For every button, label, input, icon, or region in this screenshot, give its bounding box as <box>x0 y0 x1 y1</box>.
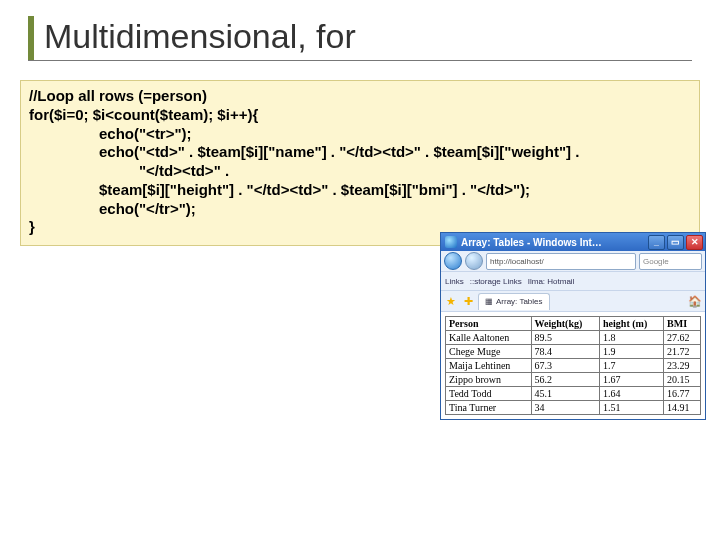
close-button[interactable]: ✕ <box>686 235 703 250</box>
table-cell: Zippo brown <box>446 373 532 387</box>
table-cell: 78.4 <box>531 345 600 359</box>
table-cell: 1.8 <box>600 331 664 345</box>
table-header: BMI <box>664 317 701 331</box>
table-cell: 1.9 <box>600 345 664 359</box>
favorites-star-icon[interactable]: ★ <box>444 294 458 308</box>
links-label: Links <box>445 277 464 286</box>
back-button[interactable] <box>444 252 462 270</box>
table-cell: 23.29 <box>664 359 701 373</box>
tab-active[interactable]: ▦ Array: Tables <box>478 293 550 310</box>
table-cell: Maija Lehtinen <box>446 359 532 373</box>
table-cell: Tedd Todd <box>446 387 532 401</box>
minimize-button[interactable]: _ <box>648 235 665 250</box>
browser-titlebar[interactable]: Array: Tables - Windows Int… _ ▭ ✕ <box>441 233 705 251</box>
links-toolbar: Links ::storage Links Ilma: Hotmail <box>441 272 705 291</box>
address-bar[interactable]: http://localhost/ <box>486 253 636 270</box>
code-line: $team[$i]["height"] . "</td><td>" . $tea… <box>29 181 691 200</box>
tabs-toolbar: ★ ✚ ▦ Array: Tables 🏠 <box>441 291 705 312</box>
table-cell: 67.3 <box>531 359 600 373</box>
code-line: echo("</tr>"); <box>29 200 691 219</box>
title-accent-bar <box>28 16 34 60</box>
table-row: Tina Turner341.5114.91 <box>446 401 701 415</box>
code-line: echo("<tr>"); <box>29 125 691 144</box>
table-header: Weight(kg) <box>531 317 600 331</box>
code-line: //Loop all rows (=person) <box>29 87 207 104</box>
forward-button[interactable] <box>465 252 483 270</box>
table-cell: 34 <box>531 401 600 415</box>
search-box[interactable]: Google <box>639 253 702 270</box>
table-header: height (m) <box>600 317 664 331</box>
table-row: Kalle Aaltonen89.51.827.62 <box>446 331 701 345</box>
tab-favicon: ▦ <box>485 297 493 306</box>
table-cell: 1.51 <box>600 401 664 415</box>
browser-window: Array: Tables - Windows Int… _ ▭ ✕ http:… <box>440 232 706 420</box>
slide-title: Multidimensional, for <box>44 17 356 60</box>
table-header: Person <box>446 317 532 331</box>
table-cell: 56.2 <box>531 373 600 387</box>
link-item[interactable]: ::storage Links <box>470 277 522 286</box>
table-cell: 16.77 <box>664 387 701 401</box>
link-item[interactable]: Ilma: Hotmail <box>528 277 575 286</box>
table-cell: 27.62 <box>664 331 701 345</box>
table-cell: 89.5 <box>531 331 600 345</box>
table-cell: 14.91 <box>664 401 701 415</box>
maximize-button[interactable]: ▭ <box>667 235 684 250</box>
browser-content: Person Weight(kg) height (m) BMI Kalle A… <box>441 312 705 419</box>
code-line: "</td><td>" . <box>29 162 691 181</box>
table-row: Chege Muge78.41.921.72 <box>446 345 701 359</box>
tab-label: Array: Tables <box>496 297 543 306</box>
table-cell: 1.7 <box>600 359 664 373</box>
window-title: Array: Tables - Windows Int… <box>461 237 648 248</box>
table-cell: 21.72 <box>664 345 701 359</box>
table-row: Zippo brown56.21.6720.15 <box>446 373 701 387</box>
table-cell: 1.64 <box>600 387 664 401</box>
address-bar-row: http://localhost/ Google <box>441 251 705 272</box>
code-line: } <box>29 218 35 235</box>
table-row: Tedd Todd45.11.6416.77 <box>446 387 701 401</box>
table-cell: 20.15 <box>664 373 701 387</box>
table-cell: Kalle Aaltonen <box>446 331 532 345</box>
ie-icon <box>445 236 457 248</box>
data-table: Person Weight(kg) height (m) BMI Kalle A… <box>445 316 701 415</box>
table-cell: Chege Muge <box>446 345 532 359</box>
table-cell: 45.1 <box>531 387 600 401</box>
table-row: Maija Lehtinen67.31.723.29 <box>446 359 701 373</box>
code-line: echo("<td>" . $team[$i]["name"] . "</td>… <box>29 143 691 162</box>
add-favorite-icon[interactable]: ✚ <box>461 294 475 308</box>
table-cell: 1.67 <box>600 373 664 387</box>
slide-title-block: Multidimensional, for <box>28 16 692 61</box>
table-cell: Tina Turner <box>446 401 532 415</box>
code-block: //Loop all rows (=person) for($i=0; $i<c… <box>20 80 700 246</box>
home-icon[interactable]: 🏠 <box>688 294 702 308</box>
code-line: for($i=0; $i<count($team); $i++){ <box>29 106 258 123</box>
